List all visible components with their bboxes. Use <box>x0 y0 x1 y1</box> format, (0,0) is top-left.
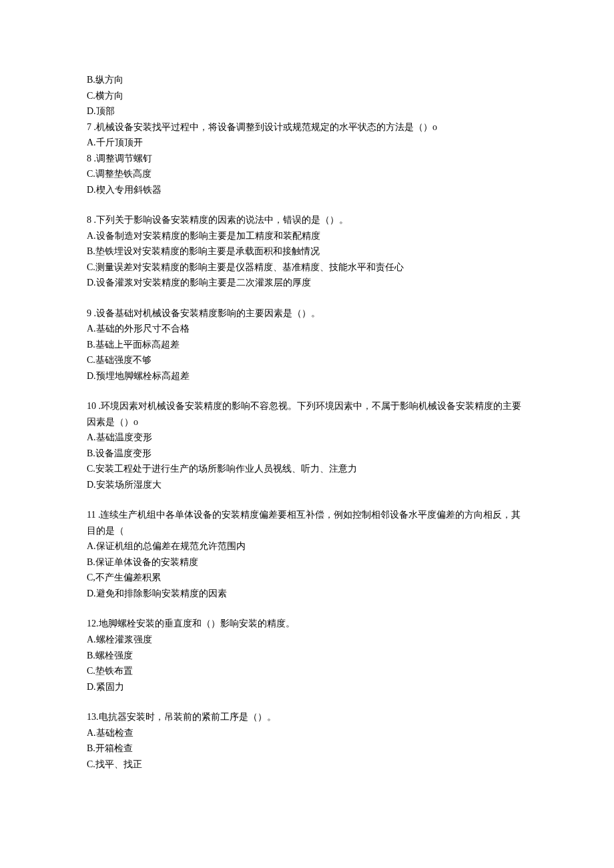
question-stem: 9 .设备基础对机械设备安装精度影响的主要因素是（）。 <box>87 306 527 322</box>
option-text: 8 .调整调节螺钉 <box>87 151 527 167</box>
question-stem: 10 .环境因素对机械设备安装精度的影响不容忽视。下列环境因素中，不属于影响机械… <box>87 398 527 430</box>
option-text: B.设备温度变形 <box>87 446 527 462</box>
option-text: C.安装工程处于进行生产的场所影响作业人员视线、听力、注意力 <box>87 461 527 477</box>
option-text: C.基础强度不够 <box>87 352 527 368</box>
option-text: B.开箱检查 <box>87 741 527 757</box>
option-text: D.楔入专用斜铁器 <box>87 182 527 198</box>
option-text: B.垫铁埋设对安装精度的影响主要是承载面积和接触情况 <box>87 244 527 260</box>
question-stem: 12.地脚螺栓安装的垂直度和（）影响安装的精度。 <box>87 616 527 632</box>
option-text: A.设备制造对安装精度的影响主要是加工精度和装配精度 <box>87 228 527 244</box>
question-stem: 13.电抗器安装时，吊装前的紧前工序是（）。 <box>87 709 527 725</box>
option-text: C.横方向 <box>87 88 527 104</box>
option-text: D.紧固力 <box>87 679 527 695</box>
option-text: C.测量误差对安装精度的影响主要是仪器精度、基准精度、技能水平和责任心 <box>87 260 527 276</box>
option-text: A.基础检查 <box>87 725 527 741</box>
option-text: C.垫铁布置 <box>87 663 527 679</box>
option-text: B.保证单体设备的安装精度 <box>87 554 527 570</box>
question-13: 13.电抗器安装时，吊装前的紧前工序是（）。 A.基础检查 B.开箱检查 C.找… <box>87 709 527 772</box>
question-12: 12.地脚螺栓安装的垂直度和（）影响安装的精度。 A.螺栓灌浆强度 B.螺栓强度… <box>87 616 527 695</box>
option-text: D.避免和排除影响安装精度的因素 <box>87 586 527 602</box>
option-text: C.找平、找正 <box>87 757 527 773</box>
option-text: A.螺栓灌浆强度 <box>87 632 527 648</box>
question-8: 8 .下列关于影响设备安装精度的因素的说法中，错误的是（）。 A.设备制造对安装… <box>87 212 527 291</box>
option-text: D.预埋地脚螺栓标高超差 <box>87 368 527 384</box>
option-text: D.安装场所湿度大 <box>87 477 527 493</box>
question-9: 9 .设备基础对机械设备安装精度影响的主要因素是（）。 A.基础的外形尺寸不合格… <box>87 306 527 384</box>
option-text: B.基础上平面标高超差 <box>87 337 527 353</box>
option-text: C,不产生偏差积累 <box>87 570 527 586</box>
question-stem: 11 .连续生产机组中各单体设备的安装精度偏差要相互补偿，例如控制相邻设备水平度… <box>87 507 527 538</box>
option-text: B.螺栓强度 <box>87 648 527 664</box>
question-stem: 8 .下列关于影响设备安装精度的因素的说法中，错误的是（）。 <box>87 212 527 228</box>
option-text: A.保证机组的总偏差在规范允许范围内 <box>87 538 527 554</box>
question-11: 11 .连续生产机组中各单体设备的安装精度偏差要相互补偿，例如控制相邻设备水平度… <box>87 507 527 601</box>
option-text: D.设备灌浆对安装精度的影响主要是二次灌浆层的厚度 <box>87 275 527 291</box>
option-text: A.千斤顶顶开 <box>87 135 527 151</box>
option-text: D.顶部 <box>87 103 527 119</box>
question-stem: 7 .机械设备安装找平过程中，将设备调整到设计或规范规定的水平状态的方法是（）o <box>87 119 527 135</box>
question-10: 10 .环境因素对机械设备安装精度的影响不容忽视。下列环境因素中，不属于影响机械… <box>87 398 527 492</box>
option-text: C.调整垫铁高度 <box>87 166 527 182</box>
option-text: A.基础温度变形 <box>87 430 527 446</box>
question-6-partial: B.纵方向 C.横方向 D.顶部 7 .机械设备安装找平过程中，将设备调整到设计… <box>87 72 527 197</box>
option-text: B.纵方向 <box>87 72 527 88</box>
option-text: A.基础的外形尺寸不合格 <box>87 321 527 337</box>
